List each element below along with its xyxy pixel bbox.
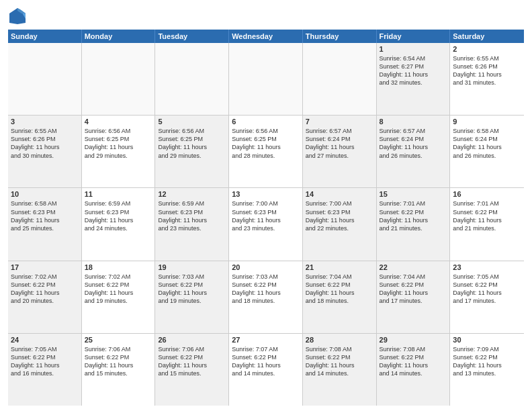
day-cell-20: 20Sunrise: 7:03 AM Sunset: 6:22 PM Dayli… [229, 261, 303, 333]
calendar-row-3: 17Sunrise: 7:02 AM Sunset: 6:22 PM Dayli… [8, 261, 524, 334]
day-number: 27 [232, 336, 300, 344]
day-info: Sunrise: 6:57 AM Sunset: 6:24 PM Dayligh… [380, 127, 447, 160]
day-cell-28: 28Sunrise: 7:08 AM Sunset: 6:22 PM Dayli… [303, 334, 377, 406]
day-info: Sunrise: 7:02 AM Sunset: 6:22 PM Dayligh… [85, 273, 152, 306]
day-info: Sunrise: 7:07 AM Sunset: 6:22 PM Dayligh… [232, 345, 300, 378]
day-info: Sunrise: 7:01 AM Sunset: 6:22 PM Dayligh… [380, 199, 447, 232]
day-number: 23 [453, 263, 521, 271]
day-number: 29 [380, 336, 447, 344]
empty-cell-0-3 [229, 43, 303, 115]
day-number: 24 [11, 336, 79, 344]
day-info: Sunrise: 7:02 AM Sunset: 6:22 PM Dayligh… [11, 273, 79, 306]
day-number: 2 [453, 45, 521, 53]
day-cell-23: 23Sunrise: 7:05 AM Sunset: 6:22 PM Dayli… [450, 261, 524, 333]
day-number: 6 [232, 118, 300, 126]
day-number: 26 [158, 336, 226, 344]
day-number: 16 [453, 190, 521, 198]
day-info: Sunrise: 7:05 AM Sunset: 6:22 PM Dayligh… [453, 273, 521, 306]
day-number: 12 [158, 190, 226, 198]
calendar-row-0: 1Sunrise: 6:54 AM Sunset: 6:27 PM Daylig… [8, 43, 524, 116]
calendar-body: 1Sunrise: 6:54 AM Sunset: 6:27 PM Daylig… [8, 43, 524, 406]
day-info: Sunrise: 6:57 AM Sunset: 6:24 PM Dayligh… [306, 127, 373, 160]
day-number: 5 [158, 118, 226, 126]
day-number: 1 [380, 45, 447, 53]
day-info: Sunrise: 7:04 AM Sunset: 6:22 PM Dayligh… [380, 273, 447, 306]
day-cell-8: 8Sunrise: 6:57 AM Sunset: 6:24 PM Daylig… [377, 116, 451, 187]
day-info: Sunrise: 7:08 AM Sunset: 6:22 PM Dayligh… [306, 345, 373, 378]
day-cell-6: 6Sunrise: 6:56 AM Sunset: 6:25 PM Daylig… [229, 116, 303, 187]
day-number: 18 [85, 263, 152, 271]
day-cell-16: 16Sunrise: 7:01 AM Sunset: 6:22 PM Dayli… [450, 188, 524, 260]
calendar-row-4: 24Sunrise: 7:05 AM Sunset: 6:22 PM Dayli… [8, 334, 524, 406]
header-day-saturday: Saturday [450, 30, 524, 43]
day-number: 10 [11, 190, 79, 198]
day-cell-13: 13Sunrise: 7:00 AM Sunset: 6:23 PM Dayli… [229, 188, 303, 260]
day-cell-24: 24Sunrise: 7:05 AM Sunset: 6:22 PM Dayli… [8, 334, 82, 406]
day-number: 28 [306, 336, 373, 344]
logo-icon [8, 7, 27, 26]
day-info: Sunrise: 7:03 AM Sunset: 6:22 PM Dayligh… [232, 273, 300, 306]
day-cell-10: 10Sunrise: 6:58 AM Sunset: 6:23 PM Dayli… [8, 188, 82, 260]
day-cell-18: 18Sunrise: 7:02 AM Sunset: 6:22 PM Dayli… [82, 261, 156, 333]
day-cell-21: 21Sunrise: 7:04 AM Sunset: 6:22 PM Dayli… [303, 261, 377, 333]
day-info: Sunrise: 6:59 AM Sunset: 6:23 PM Dayligh… [158, 199, 226, 232]
day-info: Sunrise: 6:56 AM Sunset: 6:25 PM Dayligh… [232, 127, 300, 160]
day-info: Sunrise: 6:56 AM Sunset: 6:25 PM Dayligh… [158, 127, 226, 160]
day-info: Sunrise: 7:08 AM Sunset: 6:22 PM Dayligh… [380, 345, 447, 378]
day-info: Sunrise: 6:59 AM Sunset: 6:23 PM Dayligh… [85, 199, 152, 232]
day-info: Sunrise: 6:54 AM Sunset: 6:27 PM Dayligh… [380, 54, 447, 87]
day-number: 21 [306, 263, 373, 271]
day-cell-15: 15Sunrise: 7:01 AM Sunset: 6:22 PM Dayli… [377, 188, 451, 260]
day-cell-7: 7Sunrise: 6:57 AM Sunset: 6:24 PM Daylig… [303, 116, 377, 187]
header-day-friday: Friday [377, 30, 451, 43]
calendar-row-1: 3Sunrise: 6:55 AM Sunset: 6:26 PM Daylig… [8, 116, 524, 188]
day-cell-29: 29Sunrise: 7:08 AM Sunset: 6:22 PM Dayli… [377, 334, 451, 406]
day-info: Sunrise: 7:06 AM Sunset: 6:22 PM Dayligh… [158, 345, 226, 378]
day-number: 17 [11, 263, 79, 271]
day-number: 15 [380, 190, 447, 198]
day-info: Sunrise: 7:03 AM Sunset: 6:22 PM Dayligh… [158, 273, 226, 306]
day-number: 13 [232, 190, 300, 198]
day-number: 7 [306, 118, 373, 126]
day-info: Sunrise: 7:01 AM Sunset: 6:22 PM Dayligh… [453, 199, 521, 232]
day-cell-3: 3Sunrise: 6:55 AM Sunset: 6:26 PM Daylig… [8, 116, 82, 187]
header-day-tuesday: Tuesday [155, 30, 229, 43]
day-cell-4: 4Sunrise: 6:56 AM Sunset: 6:25 PM Daylig… [82, 116, 156, 187]
empty-cell-0-4 [303, 43, 377, 115]
day-cell-1: 1Sunrise: 6:54 AM Sunset: 6:27 PM Daylig… [377, 43, 451, 115]
day-info: Sunrise: 7:09 AM Sunset: 6:22 PM Dayligh… [453, 345, 521, 378]
day-cell-5: 5Sunrise: 6:56 AM Sunset: 6:25 PM Daylig… [155, 116, 229, 187]
day-number: 11 [85, 190, 152, 198]
header-day-sunday: Sunday [8, 30, 82, 43]
header-day-wednesday: Wednesday [229, 30, 303, 43]
day-cell-14: 14Sunrise: 7:00 AM Sunset: 6:23 PM Dayli… [303, 188, 377, 260]
day-number: 9 [453, 118, 521, 126]
day-number: 4 [85, 118, 152, 126]
day-info: Sunrise: 7:05 AM Sunset: 6:22 PM Dayligh… [11, 345, 79, 378]
day-cell-17: 17Sunrise: 7:02 AM Sunset: 6:22 PM Dayli… [8, 261, 82, 333]
day-number: 20 [232, 263, 300, 271]
empty-cell-0-0 [8, 43, 82, 115]
day-number: 25 [85, 336, 152, 344]
calendar: SundayMondayTuesdayWednesdayThursdayFrid… [8, 30, 524, 406]
day-info: Sunrise: 7:04 AM Sunset: 6:22 PM Dayligh… [306, 273, 373, 306]
day-info: Sunrise: 7:06 AM Sunset: 6:22 PM Dayligh… [85, 345, 152, 378]
day-number: 3 [11, 118, 79, 126]
day-info: Sunrise: 6:58 AM Sunset: 6:24 PM Dayligh… [453, 127, 521, 160]
day-number: 14 [306, 190, 373, 198]
day-info: Sunrise: 7:00 AM Sunset: 6:23 PM Dayligh… [232, 199, 300, 232]
day-cell-19: 19Sunrise: 7:03 AM Sunset: 6:22 PM Dayli… [155, 261, 229, 333]
day-cell-30: 30Sunrise: 7:09 AM Sunset: 6:22 PM Dayli… [450, 334, 524, 406]
header-day-monday: Monday [82, 30, 156, 43]
logo [8, 7, 30, 26]
day-cell-12: 12Sunrise: 6:59 AM Sunset: 6:23 PM Dayli… [155, 188, 229, 260]
day-number: 8 [380, 118, 447, 126]
empty-cell-0-2 [155, 43, 229, 115]
calendar-header: SundayMondayTuesdayWednesdayThursdayFrid… [8, 30, 524, 43]
day-cell-26: 26Sunrise: 7:06 AM Sunset: 6:22 PM Dayli… [155, 334, 229, 406]
empty-cell-0-1 [82, 43, 156, 115]
day-cell-22: 22Sunrise: 7:04 AM Sunset: 6:22 PM Dayli… [377, 261, 451, 333]
day-cell-9: 9Sunrise: 6:58 AM Sunset: 6:24 PM Daylig… [450, 116, 524, 187]
day-cell-25: 25Sunrise: 7:06 AM Sunset: 6:22 PM Dayli… [82, 334, 156, 406]
day-number: 19 [158, 263, 226, 271]
